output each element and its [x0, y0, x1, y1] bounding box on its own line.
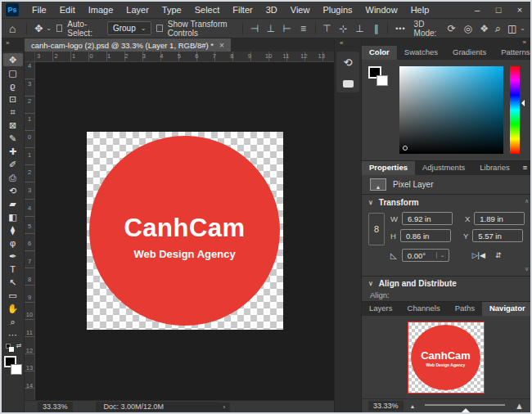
x-position-field[interactable]: 1.89 in — [474, 212, 525, 225]
object-selection-tool[interactable]: ⊡ — [3, 92, 23, 106]
background-color-swatch[interactable] — [376, 75, 388, 86]
path-selection-tool[interactable]: ↖ — [3, 276, 23, 289]
history-brush-tool[interactable]: ⟲ — [3, 184, 23, 197]
marquee-tool[interactable]: ▢ — [3, 66, 23, 79]
menu-item[interactable]: Edit — [53, 5, 82, 15]
hue-slider-arrow[interactable] — [518, 100, 525, 106]
menu-item[interactable]: Image — [82, 5, 120, 15]
home-icon[interactable]: ⌂ — [2, 22, 22, 35]
healing-brush-tool[interactable]: ✚ — [3, 145, 23, 158]
menu-item[interactable]: Filter — [226, 5, 259, 15]
default-and-swap-colors-icon[interactable]: ⇄ — [3, 342, 23, 353]
show-transform-controls-checkbox[interactable] — [156, 25, 162, 32]
auto-select-checkbox[interactable] — [56, 25, 62, 32]
align-bottom-edges-icon[interactable]: ⊥ — [352, 23, 367, 34]
3d-pan-icon[interactable]: ❖ — [477, 23, 492, 34]
zoom-level-field[interactable]: 33.33% — [38, 402, 73, 412]
panel-tab[interactable]: Navigator — [482, 302, 530, 316]
edit-toolbar[interactable]: ⋯ — [3, 328, 23, 341]
auto-select-target-dropdown[interactable]: Group ⌄ — [107, 21, 152, 35]
ruler-origin-corner[interactable] — [25, 52, 35, 61]
color-field-marker[interactable] — [403, 146, 408, 151]
toolbar-expand-icon[interactable]: » — [2, 38, 25, 52]
width-field[interactable]: 6.92 in — [402, 212, 453, 225]
lasso-tool[interactable]: ϱ — [3, 79, 23, 92]
flip-horizontal-icon[interactable]: ▷|◀ — [472, 251, 485, 259]
workspace-switcher-icon[interactable]: ◫ — [504, 23, 520, 34]
comments-panel-icon[interactable] — [343, 80, 354, 88]
background-color-swatch[interactable] — [11, 364, 22, 375]
3d-orbit-icon[interactable]: ⟳ — [444, 23, 459, 34]
align-top-edges-icon[interactable]: ⊤ — [319, 23, 334, 34]
panel-tab[interactable]: Gradients — [445, 46, 494, 60]
navigator-preview[interactable]: CanhCam Web Design Agency — [408, 322, 484, 393]
dodge-tool[interactable]: φ — [3, 236, 23, 250]
move-tool[interactable]: ✥ — [3, 53, 23, 66]
brush-tool[interactable]: ✐ — [3, 158, 23, 171]
panel-tab[interactable]: Patterns — [494, 46, 530, 60]
crop-tool[interactable]: ⌗ — [3, 106, 23, 119]
slider-thumb[interactable] — [462, 404, 470, 412]
menu-item[interactable]: Help — [404, 5, 436, 15]
minimize-button[interactable]: – — [467, 5, 488, 15]
zoom-tool[interactable]: ⌕ — [3, 315, 23, 328]
document-canvas[interactable]: CanhCam Web Design Agency — [87, 132, 283, 330]
align-left-edges-icon[interactable]: ⊣ — [247, 23, 262, 34]
navigator-zoom-slider[interactable] — [422, 401, 508, 411]
panel-tab[interactable]: Layers — [362, 302, 400, 316]
panel-tab[interactable]: Properties — [362, 161, 415, 175]
collapse-panels-icon[interactable]: « — [335, 38, 343, 47]
zoom-out-icon[interactable]: ▲ — [410, 403, 416, 409]
panel-tab[interactable]: Adjustments — [415, 161, 472, 175]
panel-tab[interactable]: Color — [362, 46, 397, 60]
flip-vertical-icon[interactable]: ⇵ — [495, 251, 502, 259]
eyedropper-tool[interactable]: ✎ — [3, 132, 23, 145]
menu-item[interactable]: Layer — [119, 5, 156, 15]
link-dimensions-icon[interactable]: 8 — [368, 213, 385, 245]
3d-roll-icon[interactable]: ◎ — [461, 23, 476, 34]
foreground-background-swatches[interactable] — [368, 66, 393, 154]
collapse-section-icon[interactable]: ∨ — [368, 280, 373, 287]
toolbar-color-swatches[interactable] — [2, 355, 24, 378]
status-options-chevron-icon[interactable]: › — [219, 403, 231, 412]
document-tab[interactable]: canh-cam-logo (2).psd @ 33.3% (Layer 1, … — [25, 38, 231, 52]
more-options-icon[interactable]: ••• — [392, 25, 408, 33]
height-field[interactable]: 0.86 in — [400, 229, 451, 242]
distribute-vertical-icon[interactable]: ∥ — [368, 23, 383, 34]
frame-tool[interactable]: ⊠ — [3, 119, 23, 132]
distribute-horizontal-icon[interactable]: ≡ — [296, 23, 311, 34]
blur-tool[interactable]: ⧫ — [3, 223, 23, 236]
align-right-edges-icon[interactable]: ⊢ — [280, 23, 295, 34]
rotation-angle-field[interactable]: 0.00° ⌄ — [402, 249, 449, 262]
panel-tab[interactable]: Paths — [448, 302, 482, 316]
eraser-tool[interactable]: ▰ — [3, 197, 23, 210]
panel-tab[interactable]: Swatches — [397, 46, 445, 60]
chevron-down-icon[interactable]: ⌄ — [520, 25, 530, 32]
saturation-brightness-field[interactable] — [399, 66, 503, 154]
scroll-down-icon[interactable]: ∨ — [525, 266, 529, 272]
type-tool[interactable]: T — [3, 263, 23, 276]
menu-item[interactable]: File — [25, 5, 53, 15]
menu-item[interactable]: Window — [359, 5, 404, 15]
gradient-tool[interactable]: ◧ — [3, 210, 23, 223]
align-vertical-centers-icon[interactable]: ⊹ — [336, 23, 350, 34]
menu-item[interactable]: Plugins — [316, 5, 358, 15]
y-position-field[interactable]: 5.57 in — [472, 229, 523, 242]
align-horizontal-centers-icon[interactable]: ⊥ — [264, 23, 278, 34]
search-icon[interactable]: ⌕ — [492, 22, 504, 35]
menu-item[interactable]: 3D — [259, 5, 284, 15]
hue-slider[interactable] — [510, 66, 520, 154]
hand-tool[interactable]: ✋ — [3, 302, 23, 315]
clone-stamp-tool[interactable]: ⎙ — [3, 171, 23, 184]
panel-menu-icon[interactable]: ≡ — [517, 161, 530, 175]
navigator-zoom-field[interactable]: 33.33% — [368, 401, 404, 411]
collapse-section-icon[interactable]: ∨ — [368, 199, 373, 206]
swap-colors-icon[interactable]: ⇄ — [16, 342, 22, 349]
zoom-in-icon[interactable]: ▲ — [515, 401, 524, 411]
close-button[interactable]: × — [509, 5, 530, 15]
chevron-down-icon[interactable]: ⌄ — [46, 25, 52, 32]
panel-expand-icon[interactable]: » — [362, 38, 530, 46]
maximize-button[interactable]: □ — [488, 5, 509, 15]
chevron-down-icon[interactable]: ⌄ — [436, 252, 449, 259]
rectangle-tool[interactable]: ▭ — [3, 289, 23, 302]
